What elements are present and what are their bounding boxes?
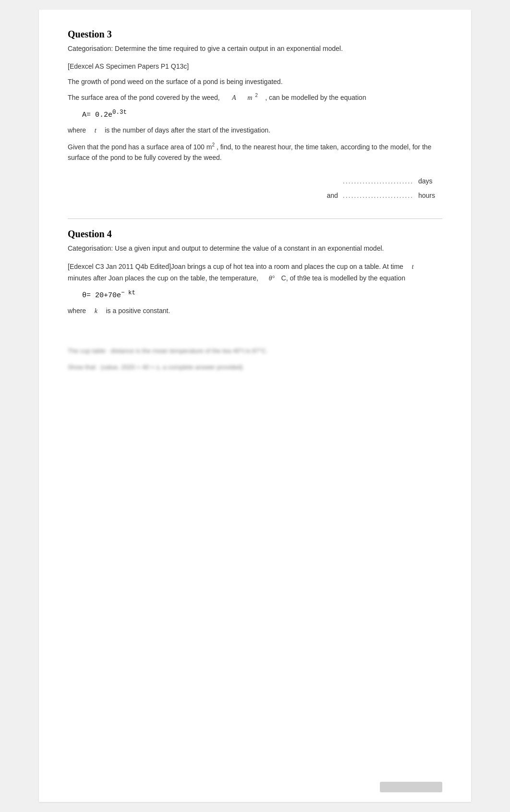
question-4-equation: θ= 20+70e− kt	[82, 290, 442, 300]
question-4-source-and-intro: [Edexcel C3 Jan 2011 Q4b Edited]Joan bri…	[68, 261, 442, 284]
question-3-title: Question 3	[68, 29, 442, 40]
question-3-intro2: The surface area of the pond covered by …	[68, 92, 442, 103]
blurred-line-2: Show that · (value, 2020 = 40 = s, a com…	[68, 362, 442, 373]
answer-area-q3: ......................... days and .....…	[68, 177, 442, 199]
question-3-where: where t is the number of days after the …	[68, 125, 442, 136]
question-3-given: Given that the pond has a surface area o…	[68, 141, 442, 163]
question-3-categorisation: Categorisation: Determine the time requi…	[68, 44, 442, 54]
question-3-intro1: The growth of pond weed on the surface o…	[68, 76, 442, 87]
hours-label: hours	[418, 192, 437, 199]
answer-hours-line: and ......................... hours	[327, 192, 437, 199]
question-3-block: Question 3 Categorisation: Determine the…	[68, 29, 442, 199]
and-text: and	[327, 192, 338, 199]
blurred-line-1: The cup table · distance is the mean tem…	[68, 345, 442, 356]
blurred-section: The cup table · distance is the mean tem…	[68, 345, 442, 373]
section-divider	[68, 218, 442, 219]
days-dots: .........................	[343, 177, 413, 185]
question-3-equation: A= 0.2e0.3t	[82, 109, 442, 119]
answer-days-line: ......................... days	[343, 177, 437, 185]
page: Question 3 Categorisation: Determine the…	[39, 10, 471, 802]
question-4-block: Question 4 Categorisation: Use a given i…	[68, 229, 442, 373]
question-4-where: where k is a positive constant.	[68, 305, 442, 316]
days-label: days	[418, 177, 437, 185]
bottom-page-bar	[380, 782, 442, 792]
question-4-categorisation: Categorisation: Use a given input and ou…	[68, 243, 442, 254]
hours-dots: .........................	[343, 192, 413, 199]
question-4-title: Question 4	[68, 229, 442, 240]
question-3-source: [Edexcel AS Specimen Papers P1 Q13c]	[68, 61, 442, 72]
